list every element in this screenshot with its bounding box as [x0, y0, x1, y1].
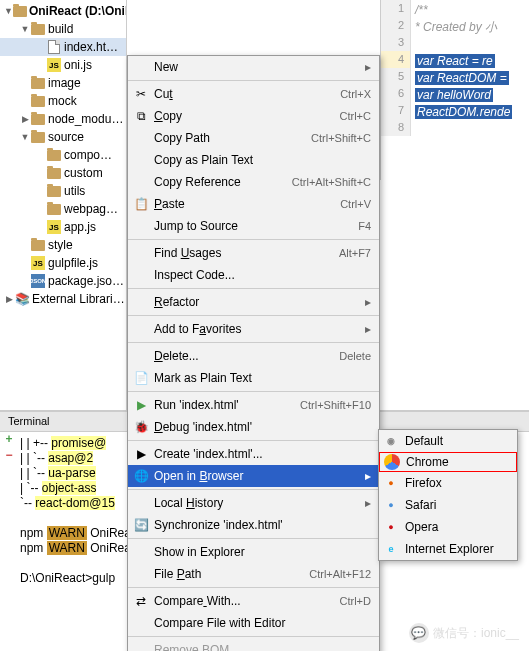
menu-new[interactable]: New▸	[128, 56, 379, 78]
shortcut: Ctrl+Alt+Shift+C	[292, 176, 371, 188]
blank-icon	[132, 566, 150, 582]
menu-file-path[interactable]: File PathCtrl+Alt+F12	[128, 563, 379, 585]
menu-show-in-explorer[interactable]: Show in Explorer	[128, 541, 379, 563]
tree-item-indexht[interactable]: index.ht…	[0, 38, 126, 56]
internet explorer-icon: e	[383, 541, 399, 557]
tree-item-mock[interactable]: mock	[0, 92, 126, 110]
tree-item-style[interactable]: style	[0, 236, 126, 254]
menu-find-usages[interactable]: Find UsagesAlt+F7	[128, 242, 379, 264]
menu-compare-with-[interactable]: ⇄Compare With...Ctrl+D	[128, 590, 379, 612]
debug-icon: 🐞	[132, 419, 150, 435]
menu-label: Copy Reference	[154, 175, 292, 189]
shortcut: Delete	[339, 350, 371, 362]
blank-icon	[132, 152, 150, 168]
menu-run-index-html-[interactable]: ▶Run 'index.html'Ctrl+Shift+F10	[128, 394, 379, 416]
tree-item-compo[interactable]: compo…	[0, 146, 126, 164]
folder-icon	[46, 183, 62, 199]
tree-label: index.ht…	[64, 40, 118, 54]
menu-jump-to-source[interactable]: Jump to SourceF4	[128, 215, 379, 237]
menu-add-to-favorites[interactable]: Add to Favorites▸	[128, 318, 379, 340]
tree-item-onijs[interactable]: JSoni.js	[0, 56, 126, 74]
menu-label: New	[154, 60, 365, 74]
menu-open-in-browser[interactable]: 🌐Open in Browser▸	[128, 465, 379, 487]
browser-label: Opera	[405, 520, 438, 534]
menu-synchronize-index-html-[interactable]: 🔄Synchronize 'index.html'	[128, 514, 379, 536]
menu-cut[interactable]: ✂CutCtrl+X	[128, 83, 379, 105]
code-line[interactable]: ReactDOM.rende	[415, 104, 525, 121]
menu-copy-path[interactable]: Copy PathCtrl+Shift+C	[128, 127, 379, 149]
tree-item-image[interactable]: image	[0, 74, 126, 92]
shortcut: F4	[358, 220, 371, 232]
html-icon	[46, 39, 62, 55]
code-line[interactable]	[415, 121, 525, 138]
menu-copy-reference[interactable]: Copy ReferenceCtrl+Alt+Shift+C	[128, 171, 379, 193]
tree-item-OniReact[interactable]: ▼OniReact (D:\OniReact)	[0, 2, 126, 20]
browser-internet-explorer[interactable]: eInternet Explorer	[379, 538, 517, 560]
tree-arrow-icon[interactable]: ▼	[4, 6, 13, 16]
tree-item-build[interactable]: ▼build	[0, 20, 126, 38]
tree-item-utils[interactable]: utils	[0, 182, 126, 200]
menu-label: File Path	[154, 567, 309, 581]
tree-label: app.js	[64, 220, 96, 234]
menu-copy[interactable]: ⧉CopyCtrl+C	[128, 105, 379, 127]
code-line[interactable]: /**	[415, 2, 525, 19]
terminal-remove-icon[interactable]: −	[2, 448, 16, 462]
sync-icon: 🔄	[132, 517, 150, 533]
project-tree[interactable]: ▼OniReact (D:\OniReact)▼buildindex.ht…JS…	[0, 0, 127, 410]
code-line[interactable]: var React = re	[415, 53, 525, 70]
menu-local-history[interactable]: Local History▸	[128, 492, 379, 514]
menu-debug-index-html-[interactable]: 🐞Debug 'index.html'	[128, 416, 379, 438]
default-icon: ◉	[383, 433, 399, 449]
code-line[interactable]	[415, 36, 525, 53]
menu-compare-file-with-editor[interactable]: Compare File with Editor	[128, 612, 379, 634]
menu-copy-as-plain-text[interactable]: Copy as Plain Text	[128, 149, 379, 171]
browser-default[interactable]: ◉Default	[379, 430, 517, 452]
tree-item-webpag[interactable]: webpag…	[0, 200, 126, 218]
tree-item-source[interactable]: ▼source	[0, 128, 126, 146]
lib-icon: 📚	[14, 291, 30, 307]
menu-label: Add to Favorites	[154, 322, 365, 336]
code-line[interactable]: var helloWord	[415, 87, 525, 104]
tree-label: oni.js	[64, 58, 92, 72]
tree-item-ExternalLibrari[interactable]: ▶📚External Librari…	[0, 290, 126, 308]
menu-inspect-code-[interactable]: Inspect Code...	[128, 264, 379, 286]
blank-icon	[132, 321, 150, 337]
menu-paste[interactable]: 📋PasteCtrl+V	[128, 193, 379, 215]
browser-firefox[interactable]: ●Firefox	[379, 472, 517, 494]
tree-label: custom	[64, 166, 103, 180]
browser-opera[interactable]: ●Opera	[379, 516, 517, 538]
browser-submenu[interactable]: ◉DefaultChrome●Firefox●Safari●OperaeInte…	[378, 429, 518, 561]
json-icon: JSON	[30, 273, 46, 289]
menu-label: Debug 'index.html'	[154, 420, 371, 434]
shortcut: Ctrl+Shift+C	[311, 132, 371, 144]
submenu-arrow-icon: ▸	[365, 322, 371, 336]
code-line[interactable]: * Created by 小	[415, 19, 525, 36]
menu-create-index-html-[interactable]: ▶Create 'index.html'...	[128, 443, 379, 465]
tree-arrow-icon[interactable]: ▼	[20, 132, 30, 142]
paste-icon: 📋	[132, 196, 150, 212]
tree-item-gulpfilejs[interactable]: JSgulpfile.js	[0, 254, 126, 272]
browser-safari[interactable]: ●Safari	[379, 494, 517, 516]
chrome-icon	[384, 454, 400, 470]
menu-label: Copy	[154, 109, 340, 123]
tree-item-packagejso[interactable]: JSONpackage.jso…	[0, 272, 126, 290]
editor-code[interactable]: /** * Created by 小var React = revar Reac…	[411, 0, 529, 140]
tree-arrow-icon[interactable]: ▶	[20, 114, 30, 124]
opera-icon: ●	[383, 519, 399, 535]
context-menu[interactable]: New▸✂CutCtrl+X⧉CopyCtrl+CCopy PathCtrl+S…	[127, 55, 380, 651]
tree-arrow-icon[interactable]: ▶	[4, 294, 14, 304]
tree-item-appjs[interactable]: JSapp.js	[0, 218, 126, 236]
menu-label: Find Usages	[154, 246, 339, 260]
menu-delete-[interactable]: Delete...Delete	[128, 345, 379, 367]
tree-label: style	[48, 238, 73, 252]
browser-chrome[interactable]: Chrome	[379, 452, 517, 472]
line-number: 2	[381, 17, 410, 34]
code-line[interactable]: var ReactDOM =	[415, 70, 525, 87]
tree-item-node_modu[interactable]: ▶node_modu…	[0, 110, 126, 128]
tree-item-custom[interactable]: custom	[0, 164, 126, 182]
code-editor[interactable]: 12345678 /** * Created by 小var React = r…	[380, 0, 529, 180]
terminal-add-icon[interactable]: +	[2, 432, 16, 446]
tree-arrow-icon[interactable]: ▼	[20, 24, 30, 34]
menu-refactor[interactable]: Refactor▸	[128, 291, 379, 313]
menu-mark-as-plain-text[interactable]: 📄Mark as Plain Text	[128, 367, 379, 389]
